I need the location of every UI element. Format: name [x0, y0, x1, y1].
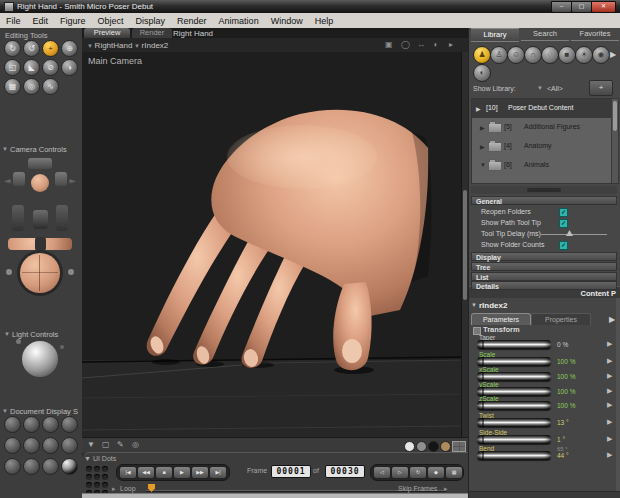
tracking-icon[interactable]: ◎ [132, 440, 139, 449]
style-silhouette[interactable] [4, 416, 21, 433]
dial-twist[interactable] [477, 418, 551, 427]
tab-render[interactable]: Render [132, 28, 172, 38]
style-dropdown-icon[interactable]: ▼ [87, 440, 95, 449]
dial-menu-arrow[interactable]: ▶ [607, 357, 612, 365]
style-lit-wireframe[interactable] [4, 437, 21, 454]
key-dot-left[interactable] [6, 269, 12, 275]
display-collapse-icon[interactable]: ▼ [2, 408, 8, 414]
tool-view-magnifier[interactable]: ◎ [23, 78, 40, 95]
tree-expand-icon[interactable]: ▶ [476, 105, 481, 112]
style-dot-3[interactable] [440, 441, 451, 452]
settings-section-tree[interactable]: Tree [471, 262, 617, 271]
dial-menu-arrow[interactable]: ▶ [607, 418, 612, 426]
tool-taper[interactable]: ◣ [23, 59, 40, 76]
tree-scrollbar[interactable] [611, 99, 618, 183]
ui-dot[interactable] [86, 482, 92, 488]
menu-animation[interactable]: Animation [213, 14, 265, 28]
stop-button[interactable]: ■ [155, 466, 173, 479]
menu-object[interactable]: Object [92, 14, 130, 28]
ui-dot[interactable] [86, 466, 92, 472]
scene-3d[interactable] [82, 52, 461, 437]
light-dot-2[interactable] [60, 345, 64, 349]
tool-translate-in-out[interactable]: ⊕ [61, 40, 78, 57]
camera-collapse-icon[interactable]: ▼ [2, 146, 8, 152]
ui-dot[interactable] [94, 474, 100, 480]
left-arrow-icon[interactable] [4, 179, 11, 184]
category-lights[interactable]: ☀ [575, 46, 593, 64]
edit-keyframes-button[interactable]: ▦ [445, 466, 463, 479]
viewport-scrollbar[interactable] [461, 52, 468, 437]
dial-menu-arrow[interactable]: ▶ [607, 387, 612, 395]
light-dot-1[interactable] [16, 339, 21, 344]
loop-mode-button[interactable]: ↻ [409, 466, 427, 479]
scrollbar-thumb[interactable] [463, 190, 467, 300]
ui-dots-collapse[interactable]: ▼ UI Dots [84, 455, 116, 462]
category-poses[interactable]: ♙ [490, 46, 508, 64]
camera-hat-icon[interactable] [28, 158, 52, 169]
tool-rotate[interactable]: ↻ [4, 40, 21, 57]
style-outline[interactable] [23, 416, 40, 433]
dial-menu-arrow[interactable]: ▶ [607, 340, 612, 348]
figure-selector[interactable]: ▼ RightHand [87, 41, 132, 50]
menu-help[interactable]: Help [309, 14, 340, 28]
settings-section-list[interactable]: List [471, 272, 617, 281]
ui-dot[interactable] [102, 482, 108, 488]
tool-morphing[interactable]: ∿ [42, 78, 59, 95]
orbit-icon[interactable]: ◯ [401, 40, 410, 49]
style-wireframe[interactable] [42, 416, 59, 433]
tree-expand-icon[interactable]: ▶ [480, 143, 485, 150]
pan-icon[interactable]: ↔ [417, 40, 425, 49]
loop-label[interactable]: Loop [120, 485, 136, 492]
main-camera-body-icon[interactable] [33, 210, 48, 229]
show-library-chevron-icon[interactable]: ▼ [537, 85, 543, 91]
dial-bend[interactable] [477, 451, 551, 460]
category-cameras[interactable]: ◉ [592, 46, 610, 64]
light-collapse-icon[interactable]: ▼ [4, 331, 10, 337]
skip-frames-label[interactable]: Skip Frames [398, 485, 437, 492]
actor-selector[interactable]: ▼ rIndex2 [134, 41, 168, 50]
first-frame-button[interactable]: |◀ [119, 466, 137, 479]
categories-more-icon[interactable]: ▶ [610, 50, 616, 59]
category-expression[interactable]: ☺ [507, 46, 525, 64]
tooltip-delay-slider[interactable] [541, 234, 607, 235]
style-hidden-line[interactable] [61, 416, 78, 433]
close-button[interactable]: ✕ [591, 1, 616, 13]
style-smooth-shaded[interactable] [23, 458, 40, 475]
right-hand-icon[interactable] [55, 172, 67, 186]
key-dot-right[interactable] [68, 269, 74, 275]
settings-section-general[interactable]: General [471, 196, 617, 205]
loop-chevron-icon[interactable]: ▸ [112, 485, 116, 493]
tool-translate-pull[interactable]: + [42, 40, 59, 57]
dial-menu-arrow[interactable]: ▶ [607, 435, 612, 443]
tool-color[interactable]: ◑ [61, 59, 78, 76]
tab-search[interactable]: Search [521, 28, 569, 41]
settings-section-details[interactable]: Details [471, 281, 617, 290]
tool-grouping[interactable]: ▦ [4, 78, 21, 95]
tree-scrollbar-thumb[interactable] [613, 101, 617, 131]
checkbox-show-folder-counts[interactable]: ✓ [559, 241, 568, 250]
tool-twist[interactable]: ↺ [23, 40, 40, 57]
style-smooth-lined[interactable] [42, 458, 59, 475]
tree-expand-icon[interactable]: ▶ [480, 124, 485, 131]
palette-more-icon[interactable]: ▶ [609, 315, 615, 324]
checkbox-show-path-tool-tip[interactable]: ✓ [559, 219, 568, 228]
style-dot-1[interactable] [416, 441, 427, 452]
pencil-icon[interactable]: ✎ [117, 440, 124, 449]
key-button[interactable]: ◆ [427, 466, 445, 479]
dial-scale[interactable] [477, 357, 551, 366]
left-hand-icon[interactable] [13, 172, 25, 186]
style-flat-shaded[interactable] [23, 437, 40, 454]
ui-dot[interactable] [86, 474, 92, 480]
add-library-button[interactable]: + [589, 80, 613, 96]
current-frame-input[interactable]: 00001 [271, 465, 311, 478]
style-flat-lined[interactable] [42, 437, 59, 454]
palette-scroll-strip[interactable] [616, 298, 620, 498]
depth-cue-icon[interactable]: ▢ [102, 440, 110, 449]
menu-figure[interactable]: Figure [54, 14, 92, 28]
palette-collapse-icon[interactable]: ▼ [471, 302, 477, 308]
ui-dot[interactable] [94, 482, 100, 488]
category-hair[interactable]: ∩ [524, 46, 542, 64]
preview-viewport[interactable]: Main Camera [82, 52, 468, 437]
expand-icon[interactable]: ▸ [449, 40, 453, 49]
right-arrow-icon[interactable] [69, 179, 76, 184]
